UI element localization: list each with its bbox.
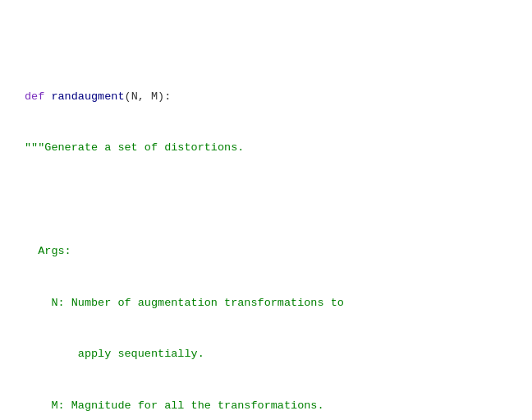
code-line-11: N: Number of augmentation transformation… — [25, 295, 507, 312]
code-line-5: 'ShearX', 'ShearY', 'TranslateX', 'Trans… — [25, 0, 507, 2]
code-line-13: M: Magnitude for all the transformations… — [25, 398, 507, 415]
code-line-7: def randaugment(N, M): — [25, 89, 507, 106]
code-line-10: Args: — [25, 243, 507, 261]
code-line-6 — [25, 37, 507, 54]
code-line-9 — [25, 192, 507, 209]
code-block: transforms = [ 'Identity', 'AutoContrast… — [11, 0, 521, 420]
figure-container: transforms = [ 'Identity', 'AutoContrast… — [11, 0, 521, 420]
code-line-12: apply sequentially. — [25, 346, 507, 363]
code-line-8: """Generate a set of distortions. — [25, 140, 507, 157]
